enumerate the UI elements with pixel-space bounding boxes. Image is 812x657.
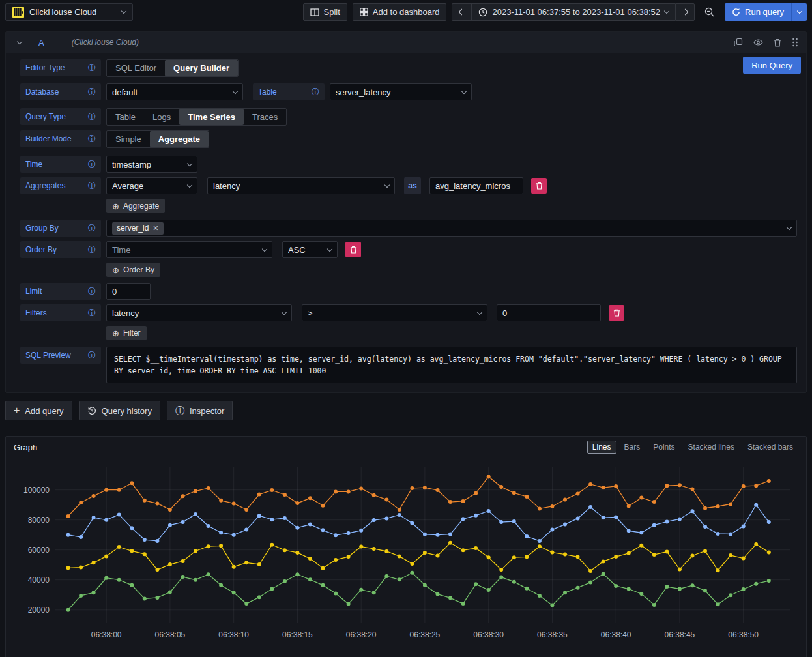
data-point (499, 568, 503, 572)
editor-type-toggle: SQL EditorQuery Builder (106, 59, 239, 77)
info-icon[interactable]: ⓘ (88, 88, 96, 96)
info-icon[interactable]: ⓘ (312, 88, 319, 96)
run-query-dropdown[interactable] (791, 3, 807, 21)
data-point (66, 533, 70, 537)
add-query-button[interactable]: + Add query (5, 401, 72, 420)
limit-input[interactable] (106, 283, 151, 300)
remove-filter-button[interactable] (609, 305, 624, 321)
add-filter-button[interactable]: ⊕ Filter (106, 326, 147, 340)
option-aggregate[interactable]: Aggregate (150, 131, 209, 147)
duplicate-query-icon[interactable] (734, 38, 743, 47)
data-point (499, 520, 503, 524)
order-by-field-select[interactable]: Time (106, 241, 272, 258)
run-query-button[interactable]: Run query (725, 3, 791, 21)
data-point (321, 504, 325, 508)
aggregate-function-select[interactable]: Average (106, 177, 197, 194)
split-button[interactable]: Split (303, 3, 347, 21)
group-by-tag[interactable]: server_id ✕ (112, 222, 164, 235)
info-icon[interactable]: ⓘ (88, 160, 96, 168)
database-select[interactable]: default (106, 83, 243, 100)
series-avg-latency-micros-c[interactable] (66, 503, 771, 543)
data-point (423, 583, 427, 587)
data-point (232, 501, 236, 505)
series-avg-latency-micros-b[interactable] (66, 541, 771, 573)
zoom-out-time-button[interactable] (700, 3, 719, 21)
option-logs[interactable]: Logs (144, 109, 179, 125)
collapse-chevron-icon[interactable] (17, 38, 22, 44)
info-icon[interactable]: ⓘ (88, 113, 96, 121)
info-icon[interactable]: ⓘ (88, 182, 96, 190)
datasource-name: ClickHouse Cloud (29, 7, 117, 17)
data-point (588, 482, 592, 486)
drag-handle-icon[interactable] (792, 38, 798, 47)
y-axis-tick-label: 60000 (28, 546, 50, 555)
data-point (678, 587, 682, 591)
info-icon[interactable]: ⓘ (88, 64, 96, 72)
info-icon[interactable]: ⓘ (88, 287, 96, 295)
option-points[interactable]: Points (648, 441, 680, 454)
filter-value-input[interactable] (497, 304, 601, 321)
aggregate-alias-input[interactable] (429, 177, 523, 194)
add-aggregate-button[interactable]: ⊕ Aggregate (106, 199, 165, 213)
inspector-button[interactable]: ⓘ Inspector (167, 401, 233, 420)
data-point (194, 512, 197, 516)
time-series-chart[interactable]: 2000040000600008000010000006:38:0006:38:… (6, 458, 797, 652)
info-icon[interactable]: ⓘ (88, 309, 96, 317)
split-label: Split (324, 7, 340, 17)
remove-tag-icon[interactable]: ✕ (152, 224, 158, 233)
info-icon[interactable]: ⓘ (88, 224, 96, 232)
option-sql-editor[interactable]: SQL Editor (107, 60, 165, 76)
run-query-label: Run query (745, 7, 784, 17)
option-traces[interactable]: Traces (244, 109, 286, 125)
option-simple[interactable]: Simple (107, 131, 150, 147)
time-range-back-button[interactable] (452, 3, 471, 21)
filter-operator-select[interactable]: > (302, 304, 487, 321)
data-point (448, 596, 452, 600)
remove-aggregate-button[interactable] (531, 178, 547, 194)
x-axis-tick-label: 06:38:35 (537, 630, 568, 639)
option-lines[interactable]: Lines (587, 441, 616, 454)
graph-style-toggle: LinesBarsPointsStacked linesStacked bars (587, 441, 798, 454)
data-point (691, 488, 695, 491)
option-time-series[interactable]: Time Series (179, 109, 244, 125)
add-order-by-button[interactable]: ⊕ Order By (106, 263, 160, 277)
trash-icon[interactable] (774, 38, 781, 47)
data-point (512, 580, 516, 584)
info-icon[interactable]: ⓘ (88, 246, 96, 254)
run-query-inline-button[interactable]: Run Query (743, 57, 801, 74)
data-point (270, 587, 274, 591)
info-icon[interactable]: ⓘ (88, 135, 96, 143)
data-point (143, 597, 147, 601)
data-point (66, 608, 70, 612)
aggregate-column-select[interactable]: latency (207, 177, 395, 194)
data-point (436, 533, 440, 537)
series-avg-latency-micros-d[interactable] (66, 474, 771, 518)
eye-icon[interactable] (753, 38, 763, 46)
table-select[interactable]: server_latency (330, 83, 472, 100)
data-point (436, 488, 440, 492)
filter-column-select[interactable]: latency (106, 304, 292, 321)
option-bars[interactable]: Bars (619, 441, 646, 454)
time-range-picker[interactable]: 2023-11-01 06:37:55 to 2023-11-01 06:38:… (471, 3, 675, 21)
series-avg-latency-micros-a[interactable] (66, 571, 771, 612)
info-icon[interactable]: ⓘ (88, 351, 96, 359)
option-query-builder[interactable]: Query Builder (165, 60, 238, 76)
query-row-header[interactable]: A (ClickHouse Cloud) (6, 32, 806, 53)
option-table[interactable]: Table (107, 109, 144, 125)
data-point (602, 516, 605, 519)
data-point (398, 577, 401, 581)
time-range-forward-button[interactable] (675, 3, 695, 21)
datasource-picker[interactable]: ClickHouse Cloud (5, 3, 133, 21)
remove-order-by-button[interactable] (345, 242, 361, 257)
time-range-label: 2023-11-01 06:37:55 to 2023-11-01 06:38:… (492, 7, 660, 17)
data-point (742, 484, 746, 488)
order-by-direction-select[interactable]: ASC (282, 241, 338, 258)
time-column-select[interactable]: timestamp (106, 156, 197, 173)
group-by-multiselect[interactable]: server_id ✕ (106, 220, 797, 237)
as-chip: as (404, 177, 421, 194)
data-point (207, 572, 210, 576)
add-to-dashboard-button[interactable]: Add to dashboard (353, 3, 447, 21)
option-stacked-lines[interactable]: Stacked lines (683, 441, 740, 454)
option-stacked-bars[interactable]: Stacked bars (742, 441, 798, 454)
query-history-button[interactable]: Query history (79, 401, 160, 420)
